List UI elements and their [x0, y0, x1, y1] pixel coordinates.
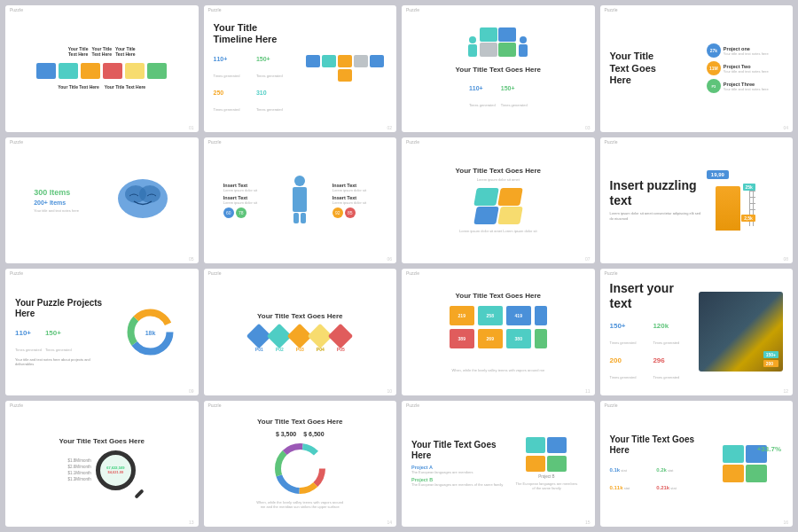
puzzle-piece-green	[147, 63, 167, 79]
slide-15-label: Puzzle	[406, 403, 419, 408]
slide-8-title: Insert puzzling text	[610, 178, 701, 208]
slide-15-projects: Project A The European languages are mem…	[411, 465, 503, 487]
slide-14-label: Puzzle	[208, 403, 222, 408]
diamond-5: P05	[332, 327, 349, 352]
puzzle-piece-orange	[81, 63, 100, 79]
iso-piece-3	[497, 188, 523, 206]
gauge-container	[271, 440, 329, 497]
gauge-svg	[271, 440, 329, 497]
slide-1-titles-row: Your TitleText Here Your TitleText Here …	[68, 46, 136, 59]
p-219: 219	[450, 306, 474, 325]
slide-6: Puzzle Insert Text Lorem ipsum dolor sit…	[204, 137, 397, 264]
slide-15-title: Your Title Text Goes Here	[411, 440, 503, 461]
slide-11-body: When, while the lovely valley teems with…	[451, 368, 544, 372]
slide-5-num: 05	[189, 256, 194, 262]
person-1	[468, 36, 477, 57]
slide-16: Puzzle Your Title Text Goes Here 0.1k st…	[600, 401, 794, 528]
fp-6	[338, 69, 352, 82]
slide-8-label: Puzzle	[605, 139, 618, 145]
slide-9-title: Your Puzzle Projects Here	[15, 298, 106, 319]
slide-4-content: Your TitleText GoesHere 27k Project one …	[606, 11, 788, 127]
slide-2-title: Your Title Timeline Here	[214, 22, 298, 45]
slide-2-num: 02	[387, 125, 392, 130]
slide-grid: Puzzle Your TitleText Here Your TitleTex…	[0, 0, 798, 532]
slide-9-stats: 110+Times generated 150+Times generated	[15, 323, 106, 355]
stat-circle-11m: 11M	[707, 61, 721, 75]
slide-3-content: Your Title Text Goes Here 110+Times gene…	[407, 11, 590, 127]
slide-8-left: Insert puzzling text Lorem ipsum dolor s…	[610, 178, 701, 222]
slide-10-label: Puzzle	[208, 270, 222, 276]
slide-1-label: Puzzle	[10, 7, 23, 12]
slide-10-content: Your Title Text Goes Here P01 P02 P03 P0…	[209, 274, 392, 390]
slide-1-t2: Your TitleText Here	[91, 46, 112, 57]
slide-3-label: Puzzle	[406, 7, 419, 12]
p-extra1	[535, 306, 547, 325]
slide-1-bottom-titles: Your Title Text Here Your Title Text Her…	[58, 84, 145, 91]
slide-7-content: Your Title Text Goes Here Lorem ipsum do…	[407, 143, 590, 259]
slide-16-title: Your Title Text Goes Here	[610, 434, 701, 456]
slide-9: Puzzle Your Puzzle Projects Here 110+Tim…	[5, 269, 199, 395]
fp-2	[322, 55, 336, 67]
slide-6-num: 06	[387, 256, 392, 262]
slide-4-label: Puzzle	[605, 7, 618, 12]
stat-25k: 25k	[743, 184, 755, 191]
slide-2-label: Puzzle	[208, 7, 222, 12]
magnifier-small-val: $4,621.99	[107, 470, 123, 474]
slide-10: Puzzle Your Title Text Goes Here P01 P02…	[204, 269, 397, 395]
slide-16-num: 16	[783, 520, 788, 525]
project-b: Project B The European languages are mem…	[411, 477, 503, 487]
slide-1-num: 01	[189, 125, 194, 130]
stat-300: 300 Items	[34, 188, 79, 197]
slide-2-stats: 110+Times generated 150+Times generated …	[214, 49, 298, 114]
slide-8-num: 08	[783, 256, 788, 262]
slide-1-t5: Your Title Text Here	[105, 84, 145, 90]
slide-7-title: Your Title Text Goes Here	[456, 167, 541, 175]
fp-5	[370, 55, 384, 67]
slide-2-puzzle	[302, 55, 387, 82]
slide-6-right-labels: Insert Text Lorem ipsum dolor sit Insert…	[332, 183, 377, 218]
slide-3-num: 03	[585, 125, 591, 130]
slide-11-pieces-container: 219 258 419 389 269 380	[450, 306, 547, 364]
stat-circle-27k: 27k	[707, 43, 721, 58]
slide-12-num: 12	[783, 388, 788, 394]
pie-chart: 18k	[126, 308, 175, 356]
slide-11-label: Puzzle	[406, 270, 419, 276]
overlay-stat-2: 200	[763, 360, 778, 367]
stat-110: 110+Times generated	[214, 49, 254, 81]
slide-14-amounts: $ 3,500 $ 6,500	[276, 431, 325, 437]
slide-4-right: 27k Project one Your title and text note…	[707, 43, 783, 93]
slide-4-title: Your TitleText GoesHere	[610, 51, 701, 86]
stat-box-1999: 19,99	[707, 170, 729, 179]
slide-13-num: 13	[189, 520, 194, 525]
slide-16-stats: 0.1k stat 0.2k stat 0.11k stat 0.21k sta…	[610, 459, 701, 493]
label-item-4: Insert Text Lorem ipsum dolor sit	[332, 195, 377, 205]
slide-11: Puzzle Your Title Text Goes Here 219 258…	[402, 269, 595, 395]
label-item-2: Insert Text Lorem ipsum dolor sit	[223, 195, 268, 205]
slide-1-content: Your TitleText Here Your TitleText Here …	[11, 11, 193, 127]
slide-12-label: Puzzle	[605, 270, 618, 276]
project-two-desc: Your title and text notes here	[724, 69, 769, 74]
p-extra2	[535, 329, 547, 348]
slide-5-subtitle: Your title and text notes here	[34, 208, 79, 213]
iso-piece-4	[497, 207, 523, 224]
slide-4-num: 04	[783, 125, 788, 130]
slide-3-people	[468, 27, 528, 57]
slide-1-t1: Your TitleText Here	[68, 46, 89, 57]
project-b-detail: Project B	[538, 474, 554, 479]
stat-200: 200+ Items	[34, 200, 79, 206]
slide-11-num: 11	[585, 388, 591, 394]
slide-12: Puzzle Insert your text 150+Times genera…	[600, 269, 794, 395]
slide-7-num: 07	[585, 256, 591, 262]
stat-150: 150+Times generated	[256, 49, 297, 81]
slide-2-left: Your Title Timeline Here 110+Times gener…	[214, 22, 298, 114]
slide-12-right: 150+ 200	[699, 292, 783, 372]
iso-piece-1	[473, 188, 499, 206]
magnifier-circle: 67,622,509 $4,621.99	[96, 450, 136, 490]
building-shape	[716, 186, 740, 231]
slide-14-title: Your Title Text Goes Here	[257, 418, 342, 426]
slide-15-right: Project B The European languages are mem…	[508, 437, 584, 490]
slide-9-num: 09	[189, 388, 194, 394]
slide-3-stats: 110+Times generated 150+Times generated	[469, 78, 528, 110]
slide-12-left: Insert your text 150+Times generated 120…	[610, 281, 694, 382]
slide-9-label: Puzzle	[10, 270, 23, 276]
